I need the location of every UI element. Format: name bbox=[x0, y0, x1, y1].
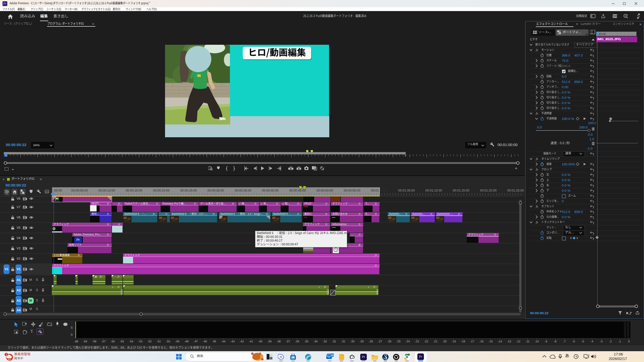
svg-text:CC: CC bbox=[46, 191, 49, 193]
svg-text:1: 1 bbox=[409, 354, 410, 356]
svg-text:24: 24 bbox=[331, 354, 334, 356]
svg-text:1: 1 bbox=[6, 353, 7, 356]
